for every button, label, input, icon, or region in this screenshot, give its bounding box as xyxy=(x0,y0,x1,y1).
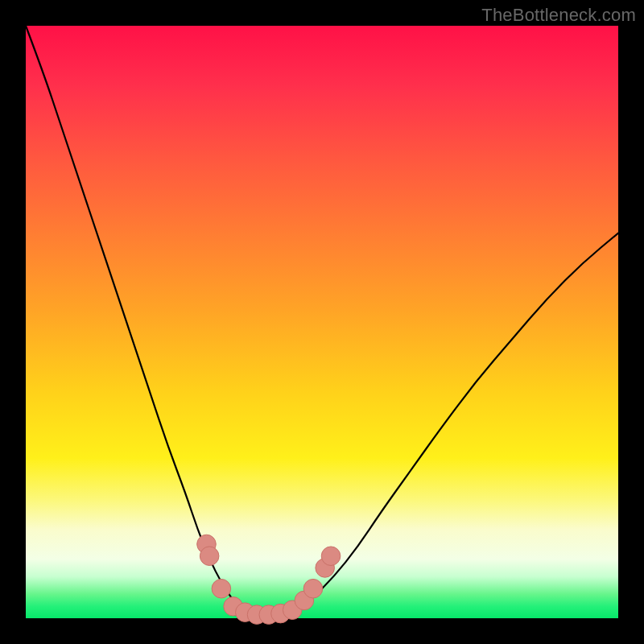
bottleneck-curve xyxy=(26,26,618,617)
data-marker xyxy=(200,547,219,566)
watermark-text: TheBottleneck.com xyxy=(481,5,636,26)
outer-frame: TheBottleneck.com xyxy=(0,0,644,644)
data-marker xyxy=(212,579,231,598)
chart-svg xyxy=(26,26,618,618)
data-markers xyxy=(197,535,341,624)
data-marker xyxy=(303,579,323,598)
data-marker xyxy=(321,547,341,566)
